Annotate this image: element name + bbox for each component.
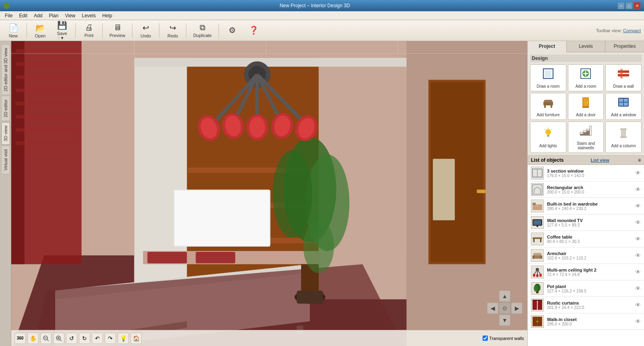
obj-dims: 176.0 × 15.0 × 142.0 xyxy=(547,173,632,178)
360-button[interactable]: 360 xyxy=(14,333,26,344)
menu-levels[interactable]: Levels xyxy=(78,12,99,19)
obj-thumb-bed xyxy=(531,200,544,212)
maximize-button[interactable]: □ xyxy=(625,2,633,9)
orbit-right-button[interactable]: ↷ xyxy=(105,333,116,344)
svg-rect-41 xyxy=(433,159,455,220)
save-dropdown-arrow[interactable]: ▼ xyxy=(59,36,66,40)
undo-button[interactable]: ↩ Undo xyxy=(136,21,156,40)
draw-wall-button[interactable]: Draw a wall xyxy=(605,64,642,91)
menu-help[interactable]: Help xyxy=(99,12,116,19)
add-window-button[interactable]: Add a window xyxy=(605,93,642,120)
obj-visibility-toggle[interactable]: 👁 xyxy=(635,285,641,292)
add-furniture-label: Add furniture xyxy=(537,113,559,117)
obj-visibility-toggle[interactable]: 👁 xyxy=(635,170,641,176)
add-lights-button[interactable]: Add lights xyxy=(530,122,566,153)
obj-name: Rustic curtains xyxy=(547,301,632,305)
toolbar-view-link[interactable]: Compact xyxy=(623,28,641,33)
list-item[interactable]: 3 section window 176.0 × 15.0 × 142.0 👁 xyxy=(528,165,644,181)
separator-1 xyxy=(27,23,27,38)
obj-visibility-toggle[interactable]: 👁 xyxy=(635,269,641,275)
menu-plan[interactable]: Plan xyxy=(45,12,62,19)
obj-thumb-arch xyxy=(531,183,544,196)
panel-tabs: Project Levels Properties xyxy=(528,41,644,52)
obj-visibility-toggle[interactable]: 👁 xyxy=(635,302,641,308)
close-button[interactable]: ✕ xyxy=(634,2,641,9)
add-furniture-button[interactable]: Add furniture xyxy=(530,93,566,120)
list-item[interactable]: Built-in bed in wardrobe 280.4 × 240.4 ×… xyxy=(528,198,644,214)
svg-rect-116 xyxy=(533,220,541,225)
obj-visibility-toggle[interactable]: 👁 xyxy=(635,219,641,226)
obj-visibility-toggle[interactable]: 👁 xyxy=(635,318,641,325)
svg-rect-94 xyxy=(547,136,549,137)
save-button[interactable]: 💾 Save ▼ xyxy=(52,19,72,42)
svg-rect-103 xyxy=(586,129,590,131)
new-button[interactable]: 📄 New xyxy=(3,21,23,40)
add-door-icon xyxy=(579,96,592,111)
tab-2d-3d-view[interactable]: 2D editor and 3D view xyxy=(1,44,10,95)
tab-2d-editor[interactable]: 2D editor xyxy=(1,96,10,121)
rotate-cw-button[interactable]: ↻ xyxy=(79,333,90,344)
svg-rect-83 xyxy=(544,105,546,108)
draw-room-button[interactable]: Draw a room xyxy=(530,64,566,91)
light-button[interactable]: 💡 xyxy=(118,333,129,344)
list-item[interactable]: Rustic curtains 201.9 × 24.4 × 222.0 👁 xyxy=(528,297,644,313)
tab-3d-view[interactable]: 3D view xyxy=(1,122,10,145)
tab-project[interactable]: Project xyxy=(528,41,567,52)
obj-visibility-toggle[interactable]: 👁 xyxy=(635,236,641,242)
obj-visibility-toggle[interactable]: 👁 xyxy=(635,252,641,259)
tab-properties[interactable]: Properties xyxy=(605,41,644,52)
obj-info: Coffee table 80.4 × 80.1 × 30.3 xyxy=(547,235,632,244)
stairs-stairwells-button[interactable]: Stairs and stairwells xyxy=(568,122,604,153)
nav-up-button[interactable]: ▲ xyxy=(499,290,510,302)
zoom-in-button[interactable] xyxy=(53,333,64,344)
print-button[interactable]: 🖨 Print xyxy=(79,21,99,40)
settings-button[interactable]: ⚙ xyxy=(222,23,242,38)
add-column-button[interactable]: Add a column xyxy=(605,122,642,153)
menu-file[interactable]: File xyxy=(2,12,16,19)
help-button[interactable]: ❓ xyxy=(244,23,264,38)
nav-center-button[interactable]: ⊙ xyxy=(499,303,510,314)
list-item[interactable]: Pot plant 127.4 × 116.2 × 158.5 👁 xyxy=(528,280,644,297)
svg-rect-100 xyxy=(583,132,586,136)
obj-visibility-toggle[interactable]: 👁 xyxy=(635,203,641,209)
svg-rect-136 xyxy=(538,300,542,310)
list-view-button[interactable]: List view xyxy=(590,158,609,163)
tab-levels[interactable]: Levels xyxy=(567,41,606,52)
separator-7 xyxy=(219,23,219,38)
obj-visibility-toggle[interactable]: 👁 xyxy=(635,186,641,193)
home-button[interactable]: 🏠 xyxy=(130,333,142,344)
menu-view[interactable]: View xyxy=(62,12,78,19)
list-item[interactable]: Multi-arm ceiling light 2 72.4 × 72.4 × … xyxy=(528,264,644,280)
nav-left-button[interactable]: ◀ xyxy=(487,303,498,314)
list-item[interactable]: Rectangular arch 200.0 × 15.0 × 200.0 👁 xyxy=(528,181,644,198)
orbit-left-button[interactable]: ↶ xyxy=(92,333,103,344)
hand-tool-button[interactable]: ✋ xyxy=(27,333,39,344)
objects-list[interactable]: 3 section window 176.0 × 15.0 × 142.0 👁 … xyxy=(528,165,644,346)
preview-button[interactable]: 🖥 Preview xyxy=(106,21,129,40)
list-item[interactable]: Walk-in closet 195.0 × 200.0 👁 xyxy=(528,313,644,330)
obj-name: Multi-arm ceiling light 2 xyxy=(547,268,632,272)
transparent-walls-checkbox[interactable] xyxy=(483,336,488,341)
list-item[interactable]: Armchair 102.6 × 103.2 × 110.2 👁 xyxy=(528,247,644,264)
duplicate-icon: ⧉ xyxy=(200,23,205,32)
duplicate-button[interactable]: ⧉ Duplicate xyxy=(190,21,215,40)
obj-thumb-tv xyxy=(531,216,544,229)
obj-dims: 280.4 × 240.4 × 230.2 xyxy=(547,206,632,211)
minimize-button[interactable]: ─ xyxy=(617,2,625,9)
redo-button[interactable]: ↪ Redo xyxy=(163,21,183,40)
rotate-ccw-button[interactable]: ↺ xyxy=(66,333,77,344)
add-room-button[interactable]: Add a room xyxy=(568,64,604,91)
menu-edit[interactable]: Edit xyxy=(16,12,31,19)
nav-right-button[interactable]: ▶ xyxy=(511,303,522,314)
svg-rect-119 xyxy=(533,239,535,242)
add-door-button[interactable]: Add a door xyxy=(568,93,604,120)
tab-virtual-visit[interactable]: Virtual visit xyxy=(1,146,10,174)
list-item[interactable]: Wall mounted TV 127.8 × 5.5 × 89.3 👁 xyxy=(528,214,644,231)
list-settings-icon[interactable]: ≡ xyxy=(638,157,641,163)
nav-down-button[interactable]: ▼ xyxy=(499,315,510,326)
menu-add[interactable]: Add xyxy=(31,12,45,19)
zoom-out-button[interactable] xyxy=(40,333,52,344)
open-button[interactable]: 📂 Open xyxy=(30,21,50,40)
list-item[interactable]: Coffee table 80.4 × 80.1 × 30.3 👁 xyxy=(528,231,644,247)
viewport[interactable]: 360 ✋ ↺ ↻ ↶ ↷ 💡 🏠 Transparent walls ▲ xyxy=(11,41,527,346)
